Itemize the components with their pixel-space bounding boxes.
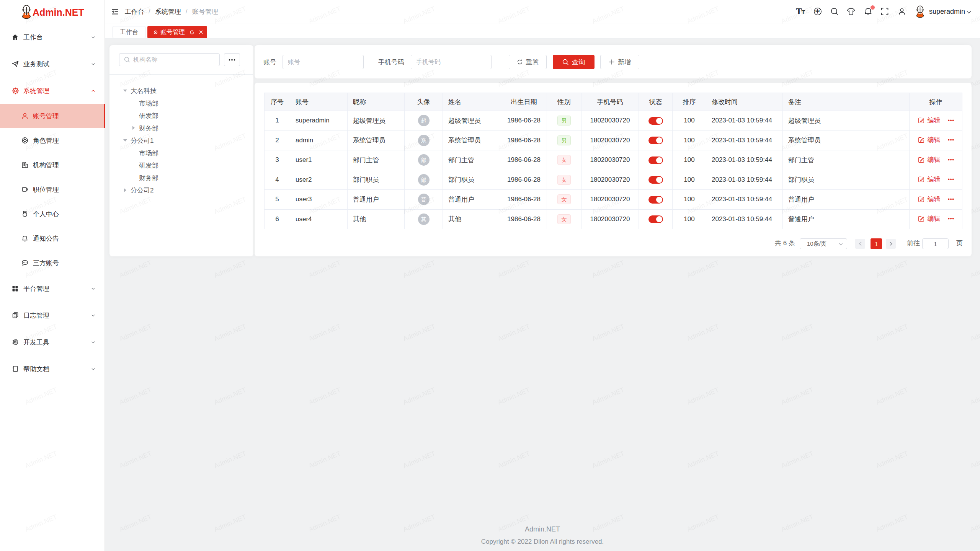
svg-text:中: 中	[815, 9, 820, 14]
